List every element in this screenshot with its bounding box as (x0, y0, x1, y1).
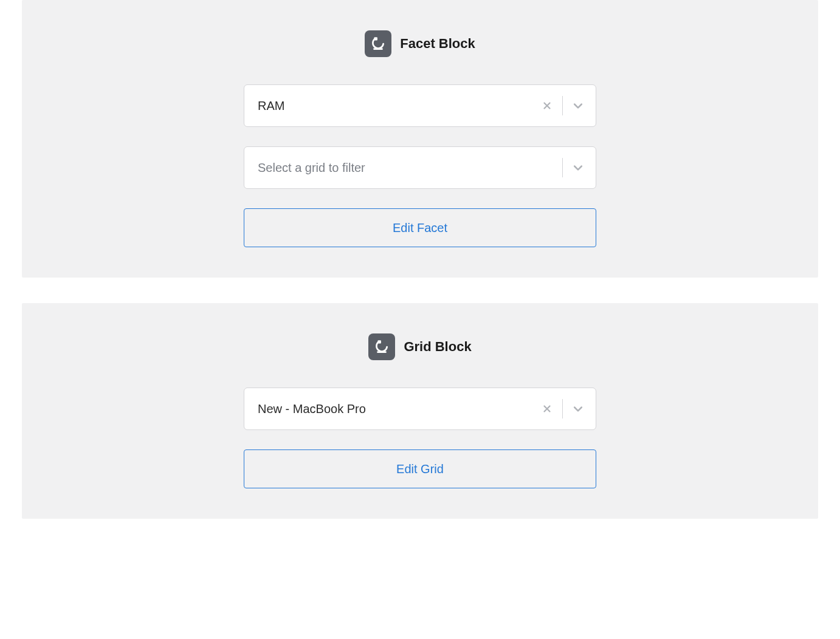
svg-rect-1 (374, 37, 377, 40)
block-icon (365, 30, 391, 57)
facet-block-header: Facet Block (46, 30, 794, 57)
grid-filter-placeholder: Select a grid to filter (258, 161, 562, 175)
divider (562, 399, 563, 419)
grid-select[interactable]: New - MacBook Pro (244, 388, 596, 430)
facet-select-value: RAM (258, 99, 540, 113)
divider (562, 158, 563, 177)
facet-block-body: RAM Select a grid to filter (244, 84, 596, 247)
block-logo-icon (370, 36, 386, 52)
grid-block-panel: Grid Block New - MacBook Pro (22, 303, 818, 519)
edit-grid-button[interactable]: Edit Grid (244, 449, 596, 488)
chevron-down-icon[interactable] (571, 161, 585, 174)
grid-select-indicators (540, 399, 585, 419)
block-logo-icon (374, 339, 390, 355)
svg-rect-3 (378, 340, 381, 343)
facet-block-title: Facet Block (400, 36, 475, 52)
block-icon (368, 333, 395, 360)
edit-grid-button-label: Edit Grid (396, 462, 444, 476)
divider (562, 96, 563, 115)
grid-block-header: Grid Block (46, 333, 794, 360)
grid-filter-select[interactable]: Select a grid to filter (244, 146, 596, 189)
edit-facet-button-label: Edit Facet (393, 221, 447, 235)
grid-block-title: Grid Block (404, 339, 471, 355)
facet-select-indicators (540, 96, 585, 115)
grid-select-value: New - MacBook Pro (258, 402, 540, 416)
chevron-down-icon[interactable] (571, 402, 585, 415)
clear-icon[interactable] (540, 402, 554, 415)
facet-select[interactable]: RAM (244, 84, 596, 127)
grid-filter-indicators (562, 158, 585, 177)
chevron-down-icon[interactable] (571, 99, 585, 112)
grid-block-body: New - MacBook Pro Edit Grid (244, 388, 596, 488)
clear-icon[interactable] (540, 99, 554, 112)
edit-facet-button[interactable]: Edit Facet (244, 208, 596, 247)
facet-block-panel: Facet Block RAM Select a gri (22, 0, 818, 278)
